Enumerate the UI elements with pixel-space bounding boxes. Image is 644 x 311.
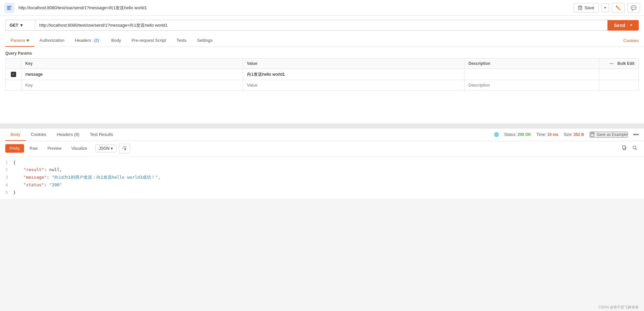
response-tab-cookies-label: Cookies bbox=[31, 132, 46, 137]
save-example-label: Save as Example bbox=[597, 132, 627, 137]
method-caret-icon: ▾ bbox=[20, 23, 23, 28]
query-params-title: Query Params bbox=[5, 51, 639, 56]
tab-prerequest[interactable]: Pre-request Script bbox=[126, 35, 171, 47]
col-value: Value bbox=[243, 59, 464, 69]
tab-params-label: Params bbox=[11, 38, 25, 43]
svg-rect-8 bbox=[591, 133, 593, 134]
app-icon bbox=[4, 3, 14, 13]
comment-button[interactable]: 💬 bbox=[627, 3, 640, 13]
tab-body[interactable]: Body bbox=[106, 35, 126, 47]
tab-tests-label: Tests bbox=[177, 38, 186, 43]
save-button[interactable]: Save bbox=[574, 3, 599, 13]
size-value: 352 B bbox=[574, 132, 584, 137]
tab-headers[interactable]: Headers (7) bbox=[70, 35, 106, 47]
headers-badge: (7) bbox=[92, 38, 101, 43]
tab-headers-label: Headers bbox=[75, 38, 91, 43]
code-line: 2 "result": null, bbox=[0, 166, 644, 174]
status-value: 200 OK bbox=[517, 132, 531, 137]
url-bar: GET ▾ Send ▾ bbox=[0, 16, 644, 35]
svg-line-12 bbox=[636, 149, 637, 150]
empty-checkbox-cell bbox=[6, 80, 21, 90]
response-tabs-row: Body Cookies Headers (8) Test Results 🌐 … bbox=[0, 129, 644, 141]
format-tab-raw[interactable]: Raw bbox=[25, 144, 42, 153]
status-label: Status: 200 OK bbox=[504, 132, 531, 137]
json-format-label: JSON bbox=[99, 146, 110, 151]
param-key-cell bbox=[21, 69, 243, 80]
row-checkbox-cell: ✓ bbox=[6, 69, 21, 80]
params-dot bbox=[27, 39, 29, 41]
method-select[interactable]: GET ▾ bbox=[5, 20, 35, 31]
empty-key-cell bbox=[21, 80, 243, 90]
response-status-bar: 🌐 Status: 200 OK Time: 10 ms Size: 352 B… bbox=[494, 132, 639, 138]
tab-authorization[interactable]: Authorization bbox=[34, 35, 70, 47]
param-desc-input[interactable] bbox=[469, 72, 595, 77]
empty-value-cell bbox=[243, 80, 464, 90]
tab-tests[interactable]: Tests bbox=[171, 35, 192, 47]
top-bar-actions: Save ▾ ✏️ 💬 bbox=[574, 3, 640, 13]
time-label: Time: 10 ms bbox=[536, 132, 558, 137]
response-tab-headers-label: Headers bbox=[57, 132, 73, 137]
response-headers-count: 8 bbox=[76, 132, 78, 137]
param-value-cell bbox=[243, 69, 464, 80]
response-tab-test-label: Test Results bbox=[90, 132, 113, 137]
code-line: 3 "message": "向id为1的用户发送：向1发送hello world… bbox=[0, 174, 644, 181]
tab-settings[interactable]: Settings bbox=[192, 35, 218, 47]
svg-rect-5 bbox=[579, 6, 581, 7]
format-tab-visualize[interactable]: Visualize bbox=[67, 144, 91, 153]
param-value-input[interactable] bbox=[247, 72, 460, 77]
code-line: 4 "status": "200" bbox=[0, 181, 644, 189]
empty-value-input[interactable] bbox=[247, 83, 460, 88]
bulk-edit-link[interactable]: Bulk Edit bbox=[617, 61, 634, 66]
table-row bbox=[6, 80, 639, 90]
svg-rect-10 bbox=[623, 146, 625, 149]
top-bar-url: http://localhost:8080/test/sse/send/1?me… bbox=[18, 5, 570, 11]
code-line: 5} bbox=[0, 189, 644, 196]
code-area: 1{2 "result": null,3 "message": "向id为1的用… bbox=[0, 156, 644, 199]
url-input[interactable] bbox=[35, 20, 607, 31]
more-options-button[interactable]: ••• bbox=[633, 132, 639, 138]
param-key-input[interactable] bbox=[25, 72, 239, 77]
response-tab-test-results[interactable]: Test Results bbox=[85, 129, 118, 141]
param-desc-cell bbox=[464, 69, 599, 80]
time-value: 10 ms bbox=[547, 132, 558, 137]
tab-params[interactable]: Params bbox=[5, 35, 34, 47]
request-area: GET ▾ Send ▾ Params Authorization Header… bbox=[0, 16, 644, 126]
response-area: Body Cookies Headers (8) Test Results 🌐 … bbox=[0, 129, 644, 199]
empty-key-input[interactable] bbox=[25, 83, 239, 88]
save-caret-button[interactable]: ▾ bbox=[601, 3, 609, 12]
empty-desc-input[interactable] bbox=[469, 83, 595, 88]
svg-point-6 bbox=[580, 8, 581, 9]
response-tab-body-label: Body bbox=[11, 132, 20, 137]
search-button[interactable] bbox=[631, 144, 639, 153]
response-tab-cookies[interactable]: Cookies bbox=[26, 129, 52, 141]
col-key: Key bbox=[21, 59, 243, 69]
format-tab-pretty[interactable]: Pretty bbox=[5, 144, 24, 153]
param-action-cell bbox=[599, 69, 639, 80]
wrap-button[interactable] bbox=[119, 144, 130, 153]
footer: CSDN @谁不想飞舞青春 bbox=[593, 303, 644, 311]
response-tab-headers[interactable]: Headers (8) bbox=[52, 129, 85, 141]
svg-rect-1 bbox=[7, 6, 11, 7]
param-checkbox[interactable]: ✓ bbox=[11, 72, 16, 77]
code-line: 1{ bbox=[0, 159, 644, 167]
params-table: Key Value Description ••• Bulk Edit bbox=[5, 58, 639, 91]
cookies-link[interactable]: Cookies bbox=[623, 35, 639, 46]
send-button[interactable]: Send ▾ bbox=[607, 20, 639, 31]
empty-desc-cell bbox=[464, 80, 599, 90]
format-select[interactable]: JSON ▾ bbox=[95, 144, 116, 152]
params-section: Query Params Key Value Description ••• bbox=[0, 47, 644, 91]
tab-authorization-label: Authorization bbox=[39, 38, 64, 43]
svg-rect-3 bbox=[7, 9, 11, 10]
col-description: Description bbox=[464, 59, 599, 69]
section-divider bbox=[0, 126, 644, 129]
method-label: GET bbox=[10, 23, 18, 28]
copy-button[interactable] bbox=[620, 144, 628, 153]
send-label: Send bbox=[614, 23, 625, 28]
format-tab-preview[interactable]: Preview bbox=[43, 144, 66, 153]
svg-rect-2 bbox=[7, 8, 10, 8]
edit-button[interactable]: ✏️ bbox=[612, 3, 625, 13]
save-example-button[interactable]: Save as Example bbox=[589, 132, 628, 138]
tab-prerequest-label: Pre-request Script bbox=[132, 38, 166, 43]
empty-action-cell bbox=[599, 80, 639, 90]
response-tab-body[interactable]: Body bbox=[5, 129, 26, 141]
